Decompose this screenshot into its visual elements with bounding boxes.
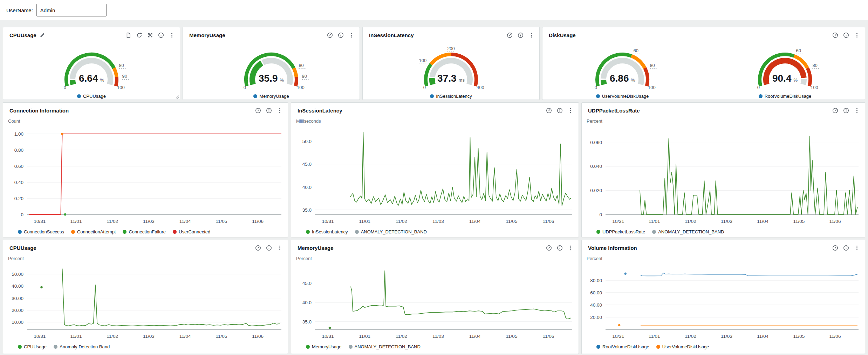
menu-icon[interactable]: [277, 245, 283, 251]
svg-text:60: 60: [634, 48, 638, 53]
widget-chart-insessionlatency: InSessionLatency 35.040.045.050.010/3111…: [291, 102, 579, 237]
legend-item[interactable]: UDPPacketLossRate: [596, 229, 645, 234]
menu-icon[interactable]: [568, 108, 574, 114]
legend-item[interactable]: ConnectionAttempt: [71, 229, 116, 234]
svg-text:0: 0: [244, 85, 246, 90]
svg-text:11/01: 11/01: [359, 219, 370, 224]
gauge-uservolumediskusage: 010060806.86%UserVolumeDiskUsage: [580, 42, 664, 99]
widget-gauge-cpuusage: CPUUsage 010080906.64%CPUUsage: [3, 27, 180, 100]
legend-item[interactable]: Anomaly Detection Band: [54, 344, 110, 349]
compass-icon[interactable]: [507, 32, 513, 38]
edit-icon[interactable]: [40, 33, 45, 38]
chart-connection-information[interactable]: 00.200.400.600.801.0010/3111/0111/0211/0…: [3, 116, 288, 234]
svg-text:11/03: 11/03: [143, 334, 155, 339]
legend-label: InSessionLatency: [312, 229, 348, 234]
compass-icon[interactable]: [832, 245, 838, 251]
gauge-legend-item[interactable]: MemoryUsage: [229, 94, 313, 99]
svg-text:11/03: 11/03: [721, 219, 732, 224]
info-icon[interactable]: [843, 245, 849, 251]
legend-label: ANOMALY_DETECTION_BAND: [658, 229, 724, 234]
expand-icon[interactable]: [147, 32, 153, 38]
compass-icon[interactable]: [832, 32, 838, 38]
svg-text:0: 0: [757, 85, 760, 90]
svg-text:20.00: 20.00: [12, 308, 23, 313]
legend-item[interactable]: RootVolumeDiskUsage: [596, 344, 649, 349]
menu-icon[interactable]: [277, 108, 283, 114]
widget-header: Volume Information: [582, 240, 865, 252]
chart-udppacketlossrate[interactable]: 00.0200.0400.06010/3111/0111/0211/0311/0…: [582, 116, 865, 234]
legend-item[interactable]: ConnectionFailure: [123, 229, 166, 234]
svg-text:11/03: 11/03: [432, 219, 444, 224]
svg-text:60: 60: [796, 48, 801, 53]
widget-chart-memoryusage: MemoryUsage 35.040.045.010/3111/0111/021…: [291, 240, 579, 354]
info-icon[interactable]: [338, 32, 344, 38]
svg-text:11/06: 11/06: [252, 334, 264, 339]
username-input[interactable]: [36, 4, 107, 16]
legend-label: Anomaly Detection Band: [60, 344, 110, 349]
info-icon[interactable]: [518, 32, 524, 38]
svg-text:1.00: 1.00: [14, 131, 23, 137]
legend-item[interactable]: ANOMALY_DETECTION_BAND: [355, 229, 427, 234]
legend-item[interactable]: ANOMALY_DETECTION_BAND: [349, 344, 421, 349]
legend-item[interactable]: UserVolumeDiskUsage: [656, 344, 709, 349]
svg-text:35.0: 35.0: [302, 207, 312, 213]
svg-text:400: 400: [477, 85, 484, 90]
gauge-svg: 010080906.64%: [49, 42, 134, 92]
info-icon[interactable]: [158, 32, 164, 38]
svg-text:100: 100: [117, 85, 125, 90]
widget-header: InSessionLatency: [363, 27, 539, 40]
menu-icon[interactable]: [854, 245, 860, 251]
legend-item[interactable]: UserConnected: [173, 229, 210, 234]
info-icon[interactable]: [266, 245, 272, 251]
chart-volume-information[interactable]: 20.0040.0060.0080.0010/3111/0111/0211/03…: [582, 253, 865, 349]
menu-icon[interactable]: [169, 32, 175, 38]
compass-icon[interactable]: [546, 108, 552, 114]
copy-icon[interactable]: [125, 32, 131, 38]
menu-icon[interactable]: [854, 108, 860, 114]
svg-text:35.9%: 35.9%: [259, 73, 284, 84]
legend-label: UserVolumeDiskUsage: [602, 94, 649, 99]
gauge-legend-item[interactable]: InSessionLatency: [409, 94, 493, 99]
svg-text:10/31: 10/31: [612, 219, 624, 224]
legend-item[interactable]: ConnectionSuccess: [18, 229, 64, 234]
compass-icon[interactable]: [832, 108, 838, 114]
info-icon[interactable]: [843, 32, 849, 38]
compass-icon[interactable]: [255, 245, 261, 251]
compass-icon[interactable]: [546, 245, 552, 251]
chart-legend: UDPPacketLossRateANOMALY_DETECTION_BAND: [582, 229, 865, 234]
svg-text:0: 0: [64, 85, 66, 90]
menu-icon[interactable]: [568, 245, 574, 251]
info-icon[interactable]: [557, 108, 563, 114]
gauge-legend-item[interactable]: UserVolumeDiskUsage: [580, 94, 664, 99]
widget-header: CPUUsage: [3, 27, 180, 40]
menu-icon[interactable]: [349, 32, 355, 38]
widget-title: CPUUsage: [9, 32, 36, 38]
compass-icon[interactable]: [255, 108, 261, 114]
legend-item[interactable]: ANOMALY_DETECTION_BAND: [652, 229, 724, 234]
gauge-legend-item[interactable]: RootVolumeDiskUsage: [743, 94, 827, 99]
svg-text:90: 90: [302, 74, 307, 79]
info-icon[interactable]: [266, 108, 272, 114]
resize-handle[interactable]: [175, 95, 179, 99]
menu-icon[interactable]: [854, 32, 860, 38]
svg-text:0.20: 0.20: [14, 196, 23, 201]
chart-insessionlatency[interactable]: 35.040.045.050.010/3111/0111/0211/0311/0…: [291, 116, 579, 234]
compass-icon[interactable]: [327, 32, 333, 38]
widget-gauge-diskusage: DiskUsage 010060806.86%UserVolumeDiskUsa…: [542, 27, 865, 100]
chart-cpuusage[interactable]: 10.0020.0030.0040.0050.0010/3111/0111/02…: [3, 253, 288, 349]
legend-item[interactable]: InSessionLatency: [306, 229, 348, 234]
info-icon[interactable]: [557, 245, 563, 251]
menu-icon[interactable]: [528, 32, 534, 38]
svg-text:10/31: 10/31: [612, 334, 624, 339]
gauge-legend-item[interactable]: CPUUsage: [49, 94, 134, 99]
legend-dot: [596, 230, 600, 234]
svg-text:11/01: 11/01: [649, 219, 660, 224]
chart-memoryusage[interactable]: 35.040.045.010/3111/0111/0211/0311/0411/…: [291, 253, 579, 349]
svg-text:40.0: 40.0: [302, 185, 312, 190]
legend-item[interactable]: CPUUsage: [18, 344, 47, 349]
svg-text:20.00: 20.00: [590, 315, 602, 320]
legend-dot: [18, 230, 22, 234]
info-icon[interactable]: [843, 108, 849, 114]
refresh-icon[interactable]: [136, 32, 142, 38]
legend-item[interactable]: MemoryUsage: [306, 344, 342, 349]
